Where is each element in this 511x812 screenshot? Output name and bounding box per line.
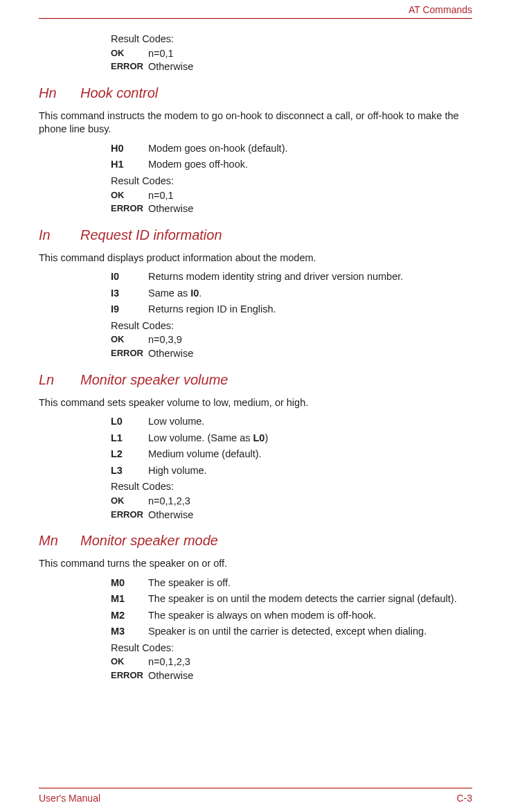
footer-page-number: C-3 [456,793,472,804]
page-content: Result Codes: OK n=0,1 ERROR Otherwise H… [39,19,472,788]
result-label: Result Codes: [111,642,472,655]
result-err-val: Otherwise [148,509,472,522]
param-val: Same as I0. [148,287,472,301]
param-val: The speaker is on until the modem detect… [148,592,472,606]
section-desc: This command displays product informatio… [39,251,472,265]
param-key: I0 [111,270,148,284]
result-ok-key: OK [111,189,148,203]
param-val: Low volume. [148,415,472,429]
param-key: I3 [111,287,148,301]
param-row: L0 Low volume. [111,415,472,429]
section-heading-in: In Request ID information [39,226,472,245]
result-ok-key: OK [111,333,148,347]
param-val: The speaker is always on when modem is o… [148,609,472,623]
result-label: Result Codes: [111,319,472,333]
param-key: M2 [111,609,148,623]
section-cmd: In [39,226,80,245]
result-block: Result Codes: OK n=0,1,2,3 ERROR Otherwi… [111,642,472,683]
result-ok-val: n=0,1,2,3 [148,655,472,669]
section-title: Monitor speaker volume [80,371,472,389]
param-row: L2 Medium volume (default). [111,448,472,461]
param-row: I9 Returns region ID in English. [111,303,472,317]
param-key: M3 [111,625,148,639]
result-block: Result Codes: OK n=0,3,9 ERROR Otherwise [111,319,472,361]
section-title: Hook control [80,84,472,103]
param-val: Modem goes on-hook (default). [148,142,472,156]
param-key: M0 [111,576,148,590]
param-val: Modem goes off-hook. [148,158,472,172]
param-key: I9 [111,303,148,317]
header-category: AT Commands [409,4,472,15]
param-val: Returns modem identity string and driver… [148,270,472,284]
param-key: M1 [111,592,148,606]
result-ok-key: OK [111,655,148,669]
result-ok-key: OK [111,47,148,61]
param-key: L0 [111,415,148,429]
section-cmd: Mn [39,531,80,550]
param-row: I3 Same as I0. [111,287,472,301]
result-ok-val: n=0,1 [148,47,472,61]
result-err-key: ERROR [111,202,148,216]
param-val: Speaker is on until the carrier is detec… [148,625,472,639]
section-desc: This command instructs the modem to go o… [39,109,472,136]
param-row: M3 Speaker is on until the carrier is de… [111,625,472,639]
pre-result-block: Result Codes: OK n=0,1 ERROR Otherwise [111,33,472,74]
section-heading-hn: Hn Hook control [39,84,472,103]
result-err-val: Otherwise [148,60,472,74]
param-row: H0 Modem goes on-hook (default). [111,142,472,156]
result-err-key: ERROR [111,347,148,361]
result-ok-val: n=0,1 [148,189,472,203]
param-key: L1 [111,432,148,445]
section-cmd: Ln [39,371,80,389]
param-val: Low volume. (Same as L0) [148,432,472,445]
result-ok-val: n=0,1,2,3 [148,495,472,509]
page-header: AT Commands [39,0,472,19]
result-err-val: Otherwise [148,669,472,683]
section-heading-mn: Mn Monitor speaker mode [39,531,472,550]
param-val: Returns region ID in English. [148,303,472,317]
param-val: High volume. [148,464,472,478]
page-footer: User's Manual C-3 [39,788,472,812]
result-err-key: ERROR [111,509,148,522]
section-title: Monitor speaker mode [80,531,472,550]
param-row: I0 Returns modem identity string and dri… [111,270,472,284]
result-block: Result Codes: OK n=0,1,2,3 ERROR Otherwi… [111,480,472,522]
result-label: Result Codes: [111,33,472,46]
result-err-val: Otherwise [148,202,472,216]
result-err-key: ERROR [111,669,148,683]
section-title: Request ID information [80,226,472,245]
param-row: L1 Low volume. (Same as L0) [111,432,472,445]
result-err-val: Otherwise [148,347,472,361]
result-ok-key: OK [111,495,148,509]
footer-manual: User's Manual [39,793,100,804]
param-row: M1 The speaker is on until the modem det… [111,592,472,606]
section-desc: This command turns the speaker on or off… [39,557,472,571]
result-block: Result Codes: OK n=0,1 ERROR Otherwise [111,175,472,216]
section-cmd: Hn [39,84,80,103]
result-label: Result Codes: [111,175,472,188]
param-row: M0 The speaker is off. [111,576,472,590]
result-err-key: ERROR [111,60,148,74]
param-key: L2 [111,448,148,461]
param-key: H0 [111,142,148,156]
param-val: The speaker is off. [148,576,472,590]
result-label: Result Codes: [111,480,472,494]
section-desc: This command sets speaker volume to low,… [39,396,472,410]
section-heading-ln: Ln Monitor speaker volume [39,371,472,389]
param-val: Medium volume (default). [148,448,472,461]
result-ok-val: n=0,3,9 [148,333,472,347]
param-key: L3 [111,464,148,478]
param-row: L3 High volume. [111,464,472,478]
param-row: M2 The speaker is always on when modem i… [111,609,472,623]
param-key: H1 [111,158,148,172]
param-row: H1 Modem goes off-hook. [111,158,472,172]
